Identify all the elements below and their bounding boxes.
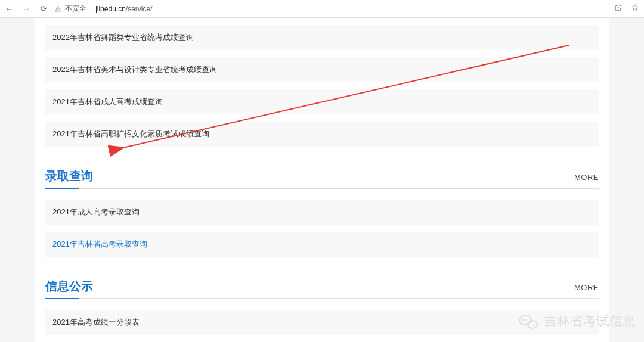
admission-section-head: 录取查询 MORE — [45, 168, 599, 184]
list-item[interactable]: 2021年吉林省成人高考成绩查询 — [45, 89, 599, 114]
list-item[interactable]: 2021年高考成绩一分段表 — [45, 310, 599, 335]
share-icon[interactable] — [614, 4, 623, 14]
svg-point-1 — [58, 10, 58, 11]
info-section-head: 信息公示 MORE — [45, 278, 599, 294]
toolbar-right — [614, 4, 639, 14]
url-path: /service/ — [126, 5, 153, 13]
addr-divider: | — [90, 5, 92, 13]
back-button[interactable]: ← — [5, 5, 13, 13]
not-secure-label: 不安全 — [65, 4, 86, 14]
list-item[interactable]: 2021年吉林省高考录取查询 — [45, 232, 599, 257]
not-secure-icon — [54, 5, 61, 13]
page-content: 2022年吉林省舞蹈类专业省统考成绩查询 2022年吉林省美术与设计类专业省统考… — [35, 18, 609, 342]
list-item[interactable]: 2022年吉林省美术与设计类专业省统考成绩查询 — [45, 57, 599, 82]
info-section-body: 2021年高考成绩一分段表 2021年吉林省普通高考本科各批次录取最低控制分数线 — [45, 299, 599, 342]
address-bar[interactable]: 不安全 | jlipedu.cn/service/ — [54, 4, 153, 14]
nav-arrows: ← → ⟳ — [5, 4, 47, 13]
browser-toolbar: ← → ⟳ 不安全 | jlipedu.cn/service/ — [0, 0, 644, 18]
admission-section-body: 2021年成人高考录取查询 2021年吉林省高考录取查询 — [45, 189, 599, 257]
list-item[interactable]: 2021年成人高考录取查询 — [45, 200, 599, 225]
section-title-admission: 录取查询 — [45, 168, 93, 184]
bookmark-star-icon[interactable] — [631, 4, 639, 14]
score-section-body: 2022年吉林省舞蹈类专业省统考成绩查询 2022年吉林省美术与设计类专业省统考… — [45, 18, 599, 147]
section-title-info: 信息公示 — [45, 278, 93, 294]
more-link-admission[interactable]: MORE — [574, 173, 599, 182]
url-host: jlipedu.cn — [95, 5, 126, 13]
more-link-info[interactable]: MORE — [574, 283, 599, 292]
list-item[interactable]: 2022年吉林省舞蹈类专业省统考成绩查询 — [45, 25, 599, 50]
url-text: jlipedu.cn/service/ — [95, 5, 152, 13]
forward-button[interactable]: → — [23, 5, 31, 13]
list-item[interactable]: 2021年吉林省高职扩招文化素质考试成绩查询 — [45, 122, 599, 147]
reload-button[interactable]: ⟳ — [41, 4, 47, 13]
